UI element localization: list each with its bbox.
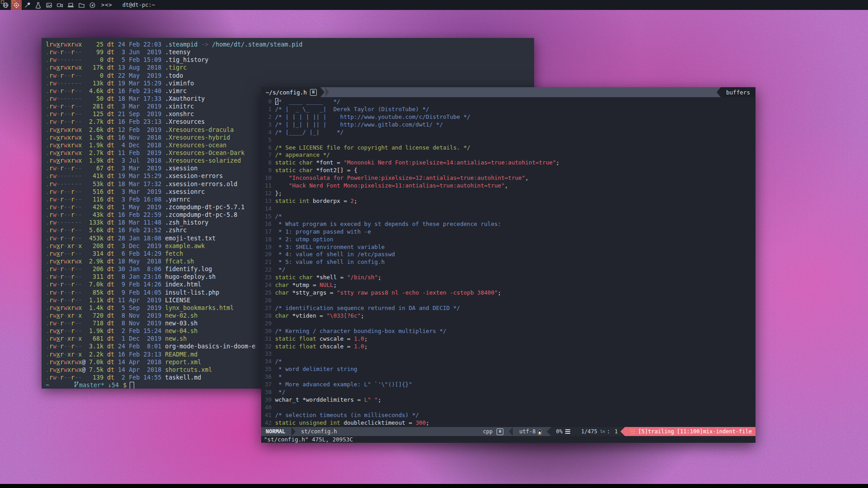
editor-window[interactable]: ~/s/config.h H buffers 0/* ____ _____ */… — [261, 87, 755, 443]
file-date: 3 Dec 2019 — [118, 243, 161, 249]
line-number: 31 — [265, 335, 272, 343]
image-icon[interactable] — [43, 0, 54, 10]
file-date: 16 Feb 22:59 — [118, 211, 161, 218]
flask-icon[interactable] — [33, 0, 43, 10]
powerline-separator — [291, 427, 296, 436]
file-date: 2 Feb 15:24 — [118, 328, 161, 334]
file-row: .rw-r--r-- 99 dt 3 Jun 2019 .teensy — [46, 48, 534, 56]
prompt-path: ~ — [46, 381, 49, 389]
file-size: 2.6k — [85, 127, 103, 133]
code-line: 35 * word delimiter string — [261, 366, 755, 373]
file-name: .Xresources-solarized — [161, 157, 241, 164]
line-number: 32 — [265, 343, 272, 351]
code-line: 17 * 1: program passed with -e — [261, 228, 755, 236]
file-name: new-03.sh — [161, 320, 197, 327]
line-number: 1 — [265, 106, 272, 113]
screen-bottom-strip — [0, 484, 868, 488]
file-size: 7.0k — [85, 359, 103, 366]
file-date: 16 Feb 23:52 — [118, 227, 161, 234]
file-size: 43k — [85, 211, 103, 218]
send-icon[interactable] — [87, 0, 98, 10]
tab-buffers[interactable]: buffers — [721, 87, 755, 97]
file-size: 453k — [85, 235, 103, 242]
file-name: shortcuts.xml — [161, 366, 212, 373]
code-line: 30/* Kerning / character bounding-box mu… — [261, 328, 755, 335]
prompt-symbol: $ — [123, 381, 127, 389]
file-date: 14 Apr 2018 — [118, 359, 161, 366]
file-name: .Xresources-hybrid — [161, 134, 230, 141]
file-size: 2.7k — [85, 150, 103, 156]
code-line: 34/* — [261, 358, 755, 366]
file-owner: dt — [103, 305, 118, 311]
file-date: 11 Feb 2019 — [118, 150, 161, 156]
file-owner: dt — [103, 95, 118, 102]
code-line: 20 * 4: value of shell in /etc/passwd — [261, 251, 755, 258]
trailing-whitespace-warning: [5]trailing — [638, 428, 674, 435]
file-name: .tigrc — [161, 64, 187, 71]
video-camera-icon[interactable] — [54, 0, 65, 10]
file-size: 25 — [85, 41, 103, 48]
line-number: 22 — [265, 266, 272, 274]
file-owner: dt — [103, 297, 118, 304]
symlink-arrow: -> — [197, 41, 212, 48]
file-name: .xsession — [161, 165, 197, 172]
line-number: 5 — [265, 136, 272, 144]
tab-config-h[interactable]: ~/s/config.h H — [261, 87, 320, 97]
c-header-file-icon: H — [310, 89, 317, 96]
file-date: 22 May 2019 — [118, 72, 161, 79]
file-date: 11 Apr 2019 — [118, 297, 161, 304]
file-date: 4 Dec 2018 — [118, 142, 161, 149]
file-date: 24 Feb 8:01 — [118, 343, 161, 350]
line-number: 9 — [265, 167, 272, 174]
file-name: .tig_history — [161, 56, 208, 63]
terminal-cursor[interactable] — [130, 382, 134, 389]
code-line: 28char *vtiden = "\033[?6c"; — [261, 312, 755, 320]
code-area[interactable]: 0/* ____ _____ */1/* | _ \_ _| Derek Tay… — [261, 97, 755, 427]
file-date: 8 Nov 2019 — [118, 320, 161, 327]
editor-lines: 0/* ____ _____ */1/* | _ \_ _| Derek Tay… — [261, 98, 755, 427]
file-date: 18 Mar 17:32 — [118, 181, 161, 188]
code-line: 2/* | | | | || | http://www.youtube.com/… — [261, 113, 755, 121]
file-date: 1 Dec 2019 — [118, 335, 161, 342]
file-owner: dt — [103, 312, 118, 319]
code-line: 7/* appearance */ — [261, 151, 755, 159]
file-size: 2.2k — [85, 351, 103, 358]
workspace-indicator-square — [12, 0, 15, 4]
prompt-git-branch: master* — [79, 381, 104, 389]
file-owner: dt — [103, 188, 118, 195]
code-line: 21 * 5: value of shell in config.h — [261, 258, 755, 266]
line-number: 28 — [265, 312, 272, 320]
file-owner: dt — [103, 181, 118, 188]
folder-icon[interactable] — [76, 0, 87, 10]
file-size: 206 — [85, 266, 103, 272]
file-owner: dt — [103, 258, 118, 265]
code-line: 23static char *shell = "/bin/sh"; — [261, 274, 755, 282]
file-date: 3 Mar 2019 — [118, 165, 161, 172]
file-name: .xsessionrc — [161, 188, 205, 195]
top-status-bar: ><> dt@dt-pc:~ — [0, 0, 868, 10]
file-name: .Xresources-ocean — [161, 142, 226, 149]
file-date: 30 Jan 8:06 — [118, 266, 161, 272]
file-name: .steampid — [161, 41, 197, 48]
file-name: LICENSE — [161, 297, 190, 304]
laptop-icon[interactable] — [65, 0, 76, 10]
file-date: 16 Feb 23:13 — [118, 351, 161, 358]
whitespace-warning-icon — [630, 429, 635, 434]
eyedropper-icon[interactable] — [22, 0, 33, 10]
code-line: 10 "Inconsolata for Powerline:pixelsize=… — [261, 174, 755, 182]
line-number: 11 — [265, 182, 272, 190]
desktop: { "topbar": { "title": "dt@dt-pc:~", "fi… — [0, 0, 868, 488]
file-size: 0 — [85, 56, 103, 63]
line-number: 0 — [265, 98, 272, 106]
file-owner: dt — [103, 243, 118, 249]
file-owner: dt — [103, 343, 118, 350]
line-number: 27 — [265, 305, 272, 312]
code-line: 39wchar_t *worddelimiters = L" "; — [261, 396, 755, 404]
code-line: 11 "Hack Nerd Font Mono:pixelsize=11:ant… — [261, 182, 755, 190]
file-date: 16 Nov 2018 — [118, 134, 161, 141]
file-owner: dt — [103, 227, 118, 234]
statusline-warnings: [5]trailing [11:100]mix-indent-file — [625, 427, 755, 436]
file-owner: dt — [103, 366, 118, 373]
line-number: 42 — [265, 419, 272, 427]
code-line: 19 * 3: SHELL environment variable — [261, 244, 755, 251]
